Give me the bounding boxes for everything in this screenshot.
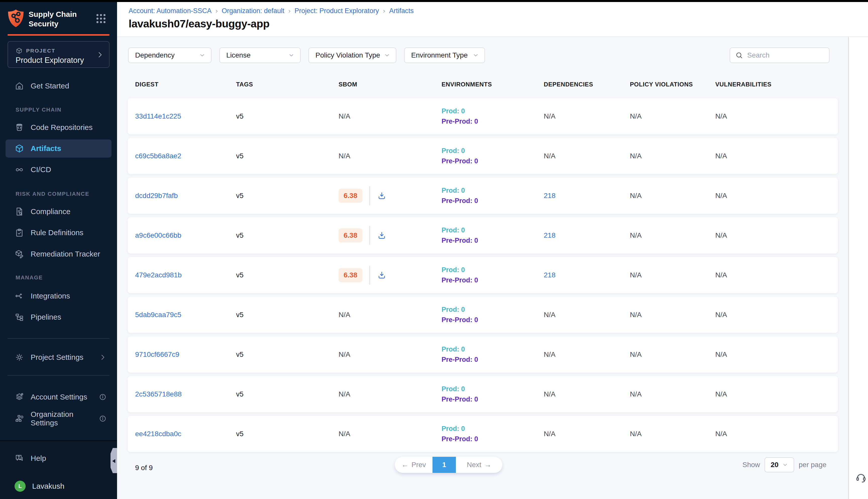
sbom-divider (370, 226, 370, 245)
dependencies-link[interactable]: 218 (544, 231, 556, 240)
per-page-label: per page (799, 461, 827, 469)
pagination-summary: 9 of 9 (135, 464, 153, 472)
vulnerabilities-value: N/A (715, 192, 727, 200)
table-row: ee4218cdba0c v5 N/A Prod: 0 Pre-Prod: 0 … (127, 416, 838, 452)
dependency-filter-dropdown[interactable]: Dependency (128, 48, 211, 63)
arrow-right-icon: → (484, 461, 491, 469)
info-icon[interactable] (99, 393, 107, 401)
env-prod: Prod: 0 (442, 266, 465, 274)
module-grid-icon[interactable] (95, 13, 107, 25)
project-cube-icon (15, 47, 23, 54)
sidebar-item-label: Rule Definitions (30, 228, 83, 237)
dependencies-value: N/A (544, 112, 556, 120)
info-icon[interactable] (99, 415, 107, 422)
environments-cell: Prod: 0 Pre-Prod: 0 (434, 385, 536, 403)
vulnerabilities-value: N/A (715, 152, 727, 160)
table-row: 479e2acd981b v5 6.38 Prod: 0 Pre-Prod: 0… (127, 257, 838, 293)
sidebar-item-compliance[interactable]: Compliance (5, 203, 112, 221)
sidebar-item-cicd[interactable]: CI/CD (5, 160, 112, 179)
sidebar-item-code-repositories[interactable]: Code Repositories (5, 118, 112, 136)
sidebar-item-label: Artifacts (30, 144, 61, 153)
tag-value: v5 (228, 430, 331, 438)
policy-violations-value: N/A (630, 231, 642, 240)
environments-cell: Prod: 0 Pre-Prod: 0 (434, 345, 536, 364)
digest-link[interactable]: 5dab9caa79c5 (135, 311, 181, 319)
chevron-down-icon (384, 52, 390, 59)
tag-value: v5 (228, 271, 331, 279)
sidebar-item-label: Project Settings (30, 353, 83, 362)
sbom-cell: 6.38 (331, 266, 434, 285)
chevron-down-icon (199, 52, 206, 59)
box-pencil-icon (15, 249, 24, 259)
column-header-tags: TAGS (228, 81, 331, 88)
breadcrumb-account-link[interactable]: Account: Automation-SSCA (128, 7, 211, 15)
env-prod: Prod: 0 (442, 147, 465, 155)
digest-link[interactable]: 9710cf6667c9 (135, 351, 179, 358)
dependencies-link[interactable]: 218 (544, 271, 556, 279)
digest-link[interactable]: ee4218cdba0c (135, 430, 181, 438)
artifacts-cube-icon (15, 144, 24, 153)
environments-cell: Prod: 0 Pre-Prod: 0 (434, 425, 536, 443)
search-input[interactable] (747, 51, 824, 59)
tag-value: v5 (228, 231, 331, 240)
page-size-control: Show 20 per page (742, 457, 827, 473)
env-prod: Prod: 0 (442, 385, 465, 393)
digest-link[interactable]: 2c5365718e88 (135, 390, 182, 398)
download-sbom-icon[interactable] (377, 231, 386, 240)
page-size-dropdown[interactable]: 20 (765, 457, 794, 472)
sidebar-item-integrations[interactable]: Integrations (5, 287, 112, 305)
sidebar-item-remediation-tracker[interactable]: Remediation Tracker (5, 245, 112, 263)
column-header-dependencies: DEPENDENCIES (536, 81, 622, 88)
breadcrumb-artifacts-link[interactable]: Artifacts (389, 7, 414, 15)
page-header: Account: Automation-SSCA › Organization:… (117, 0, 868, 37)
breadcrumb-separator: › (215, 7, 218, 15)
digest-link[interactable]: dcdd29b7fafb (135, 192, 178, 200)
sidebar-collapse-handle[interactable] (111, 448, 117, 473)
sidebar-section-supply-chain: SUPPLY CHAIN (15, 107, 62, 113)
brand-logo: Supply Chain Security (8, 9, 77, 29)
project-selector[interactable]: PROJECT Product Exploratory (8, 41, 110, 68)
sidebar-divider (8, 375, 110, 376)
chevron-down-icon (472, 52, 479, 59)
support-headset-icon[interactable] (855, 471, 867, 484)
download-sbom-icon[interactable] (377, 191, 386, 200)
sidebar-item-get-started[interactable]: Get Started (5, 77, 112, 95)
digest-link[interactable]: a9c6e00c66bb (135, 231, 181, 240)
page-size-value: 20 (771, 461, 778, 469)
dependencies-value: N/A (544, 311, 556, 319)
sidebar-item-project-settings[interactable]: Project Settings (5, 348, 112, 366)
current-page-button[interactable]: 1 (433, 457, 456, 473)
user-name: Lavakush (32, 482, 64, 490)
sidebar-item-organization-settings[interactable]: Organization Settings (5, 410, 112, 428)
prev-label: Prev (411, 461, 426, 469)
download-sbom-icon[interactable] (377, 270, 386, 280)
policy-violation-type-filter-dropdown[interactable]: Policy Violation Type (308, 48, 396, 63)
env-prod: Prod: 0 (442, 107, 465, 115)
vulnerabilities-value: N/A (715, 351, 727, 358)
sidebar-item-artifacts[interactable]: Artifacts (5, 139, 112, 158)
breadcrumb-project-link[interactable]: Project: Product Exploratory (295, 7, 379, 15)
sidebar-item-pipelines[interactable]: Pipelines (5, 308, 112, 326)
environment-type-filter-dropdown[interactable]: Environment Type (404, 48, 485, 63)
dependencies-link[interactable]: 218 (544, 192, 556, 200)
license-filter-dropdown[interactable]: License (219, 48, 301, 63)
search-box (730, 48, 830, 63)
digest-link[interactable]: c69c5b6a8ae2 (135, 152, 181, 160)
digest-link[interactable]: 33d114e1c225 (135, 112, 181, 120)
dependencies-value: N/A (544, 390, 556, 398)
sidebar-item-label: Integrations (30, 292, 70, 300)
digest-link[interactable]: 479e2acd981b (135, 271, 182, 279)
sidebar-item-label: CI/CD (30, 165, 51, 174)
next-page-button[interactable]: Next → (456, 457, 502, 473)
user-profile[interactable]: L Lavakush (5, 477, 112, 495)
org-gear-icon (15, 414, 24, 423)
sidebar-item-help[interactable]: Help (5, 449, 112, 467)
breadcrumb: Account: Automation-SSCA › Organization:… (128, 7, 414, 15)
breadcrumb-organization-link[interactable]: Organization: default (222, 7, 284, 15)
tag-value: v5 (228, 192, 331, 200)
tag-value: v5 (228, 390, 331, 398)
prev-page-button[interactable]: ← Prev (395, 457, 433, 473)
sbom-divider (370, 266, 370, 285)
sidebar-item-account-settings[interactable]: Account Settings (5, 388, 112, 406)
sidebar-item-rule-definitions[interactable]: Rule Definitions (5, 223, 112, 242)
